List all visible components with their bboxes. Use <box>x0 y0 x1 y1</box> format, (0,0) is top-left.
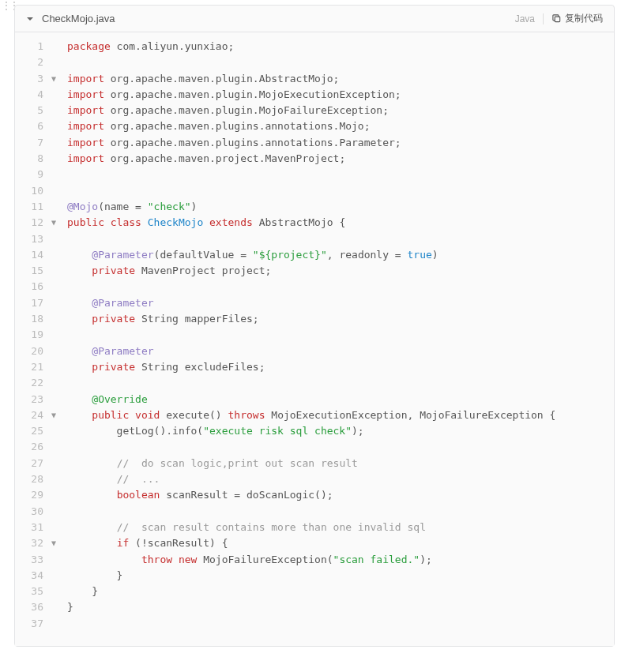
code-line: public class CheckMojo extends AbstractM… <box>67 215 555 231</box>
fold-spacer <box>48 167 59 182</box>
code-line: public void execute() throws MojoExecuti… <box>67 407 555 423</box>
line-number: 35 <box>15 584 43 599</box>
code-line: // ... <box>67 471 555 487</box>
code-line: throw new MojoFailureException("scan fai… <box>67 552 555 568</box>
fold-spacer <box>48 456 59 471</box>
code-line: import org.apache.maven.plugin.MojoExecu… <box>67 87 555 103</box>
line-number: 3 <box>15 71 43 87</box>
fold-toggle-icon[interactable]: ▼ <box>48 535 59 551</box>
line-number: 13 <box>15 231 43 247</box>
svg-rect-0 <box>555 17 560 22</box>
code-line <box>67 327 555 343</box>
code-line <box>67 231 555 247</box>
fold-spacer <box>48 471 59 487</box>
divider <box>543 13 544 24</box>
line-number: 37 <box>15 616 43 632</box>
code-line: } <box>67 584 555 599</box>
code-line: package com.aliyun.yunxiao; <box>67 39 555 54</box>
code-line <box>67 504 555 520</box>
line-number: 1 <box>15 39 43 54</box>
line-number: 33 <box>15 552 43 568</box>
code-line: // scan result contains more than one in… <box>67 520 555 535</box>
code-content[interactable]: package com.aliyun.yunxiao; import org.a… <box>59 39 555 632</box>
line-number: 7 <box>15 135 43 151</box>
fold-spacer <box>48 118 59 134</box>
fold-toggle-icon[interactable]: ▼ <box>48 215 59 231</box>
code-line: @Mojo(name = "check") <box>67 199 555 215</box>
code-panel: CheckMojo.java Java 复制代码 123456789101112… <box>14 5 615 647</box>
code-line: @Override <box>67 392 555 407</box>
line-number: 36 <box>15 599 43 615</box>
line-number: 12 <box>15 215 43 231</box>
line-number: 28 <box>15 471 43 487</box>
line-number: 11 <box>15 199 43 215</box>
fold-spacer <box>48 599 59 615</box>
fold-spacer <box>48 423 59 439</box>
code-line <box>67 167 555 182</box>
code-line: import org.apache.maven.plugin.AbstractM… <box>67 71 555 87</box>
line-number: 4 <box>15 87 43 103</box>
fold-spacer <box>48 344 59 359</box>
filename-label: CheckMojo.java <box>42 13 115 24</box>
code-line <box>67 616 555 632</box>
line-number: 15 <box>15 263 43 279</box>
line-number: 34 <box>15 568 43 584</box>
code-line <box>67 439 555 455</box>
fold-spacer <box>48 359 59 375</box>
fold-toggle-icon[interactable]: ▼ <box>48 71 59 87</box>
code-line: } <box>67 599 555 615</box>
line-number: 29 <box>15 487 43 503</box>
line-number: 26 <box>15 439 43 455</box>
code-line: import org.apache.maven.plugin.MojoFailu… <box>67 103 555 118</box>
copy-code-button[interactable]: 复制代码 <box>551 12 603 25</box>
code-line <box>67 375 555 391</box>
line-number: 32 <box>15 535 43 551</box>
fold-spacer <box>48 247 59 263</box>
fold-spacer <box>48 504 59 520</box>
code-line: @Parameter <box>67 295 555 311</box>
code-line: import org.apache.maven.plugins.annotati… <box>67 135 555 151</box>
line-number: 2 <box>15 54 43 70</box>
fold-spacer <box>48 616 59 632</box>
fold-spacer <box>48 135 59 151</box>
line-number: 22 <box>15 375 43 391</box>
fold-spacer <box>48 103 59 118</box>
fold-spacer <box>48 311 59 327</box>
fold-column: ▼▼▼▼ <box>48 39 59 632</box>
line-number: 10 <box>15 183 43 199</box>
fold-spacer <box>48 151 59 167</box>
fold-spacer <box>48 568 59 584</box>
code-line: import org.apache.maven.plugins.annotati… <box>67 118 555 134</box>
code-line <box>67 54 555 70</box>
line-number: 14 <box>15 247 43 263</box>
fold-spacer <box>48 375 59 391</box>
line-number: 21 <box>15 359 43 375</box>
fold-spacer <box>48 231 59 247</box>
fold-spacer <box>48 183 59 199</box>
code-line: boolean scanResult = doScanLogic(); <box>67 487 555 503</box>
fold-spacer <box>48 295 59 311</box>
line-number: 19 <box>15 327 43 343</box>
fold-spacer <box>48 584 59 599</box>
line-number: 25 <box>15 423 43 439</box>
language-label: Java <box>515 13 535 24</box>
line-number: 17 <box>15 295 43 311</box>
line-number: 18 <box>15 311 43 327</box>
fold-spacer <box>48 487 59 503</box>
fold-spacer <box>48 39 59 54</box>
chevron-down-icon[interactable] <box>26 15 34 23</box>
code-line: @Parameter <box>67 344 555 359</box>
fold-spacer <box>48 279 59 295</box>
fold-toggle-icon[interactable]: ▼ <box>48 407 59 423</box>
fold-spacer <box>48 54 59 70</box>
line-number: 5 <box>15 103 43 118</box>
code-header: CheckMojo.java Java 复制代码 <box>15 6 614 32</box>
code-line <box>67 279 555 295</box>
fold-spacer <box>48 327 59 343</box>
line-number: 8 <box>15 151 43 167</box>
line-number: 20 <box>15 344 43 359</box>
fold-spacer <box>48 520 59 535</box>
line-number: 30 <box>15 504 43 520</box>
code-line: import org.apache.maven.project.MavenPro… <box>67 151 555 167</box>
code-line: private String excludeFiles; <box>67 359 555 375</box>
